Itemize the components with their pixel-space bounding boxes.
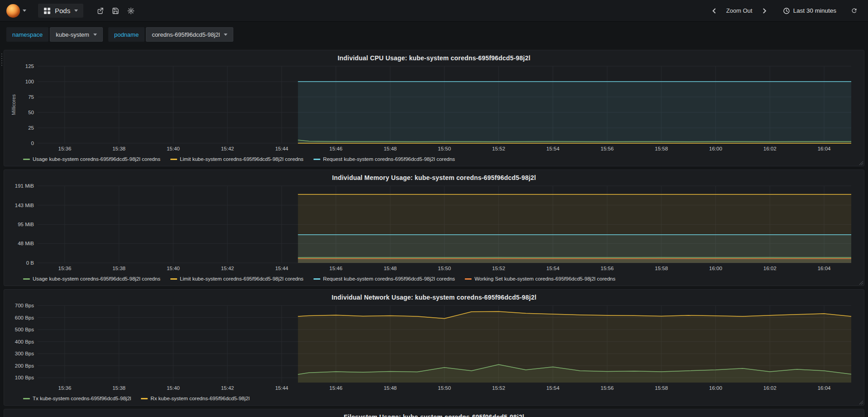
svg-text:0: 0 <box>31 141 34 146</box>
panel-title[interactable]: Filesystem Usage: kube-system coredns-69… <box>10 412 858 417</box>
memory-usage-chart[interactable]: 0 B48 MiB95 MiB143 MiB191 MiB15:3615:381… <box>10 183 858 273</box>
svg-text:15:36: 15:36 <box>58 385 72 391</box>
svg-text:15:42: 15:42 <box>221 266 234 271</box>
svg-text:15:40: 15:40 <box>167 385 180 391</box>
variable-podname-label: podname <box>108 27 145 42</box>
share-icon <box>96 7 104 15</box>
panel-title[interactable]: Individual Memory Usage: kube-system cor… <box>10 172 858 183</box>
chevron-down-icon <box>23 10 26 12</box>
variable-podname: podname coredns-695f96dcd5-98j2l <box>108 27 234 42</box>
legend-label: Limit kube-system coredns-695f96dcd5-98j… <box>180 156 304 162</box>
legend-item[interactable]: Request kube-system coredns-695f96dcd5-9… <box>313 276 455 281</box>
panel-resize-handle[interactable] <box>858 160 863 165</box>
refresh-button[interactable] <box>847 5 862 17</box>
dashboard-title: Pods <box>55 7 70 15</box>
dashboard-picker[interactable]: Pods <box>38 4 83 18</box>
svg-text:15:46: 15:46 <box>329 385 342 391</box>
panel-network-usage: Individual Network Usage: kube-system co… <box>4 289 864 406</box>
svg-text:15:36: 15:36 <box>58 266 72 271</box>
svg-text:15:42: 15:42 <box>221 385 234 391</box>
svg-text:16:00: 16:00 <box>709 266 722 271</box>
panel-resize-handle[interactable] <box>858 400 863 404</box>
svg-text:25: 25 <box>28 125 34 131</box>
svg-text:200 Bps: 200 Bps <box>15 363 34 369</box>
legend-item[interactable]: Usage kube-system coredns-695f96dcd5-98j… <box>23 156 160 162</box>
top-navbar: Pods Zoom Out <box>0 0 868 22</box>
svg-text:16:04: 16:04 <box>818 266 831 271</box>
dashboard-submenu: namespace kube-system podname coredns-69… <box>0 22 868 47</box>
svg-text:15:44: 15:44 <box>275 146 288 151</box>
share-button[interactable] <box>92 5 108 17</box>
panel-title[interactable]: Individual CPU Usage: kube-system coredn… <box>10 53 858 63</box>
svg-text:16:04: 16:04 <box>818 385 831 391</box>
svg-text:15:56: 15:56 <box>601 146 614 151</box>
chevron-down-icon <box>93 34 97 36</box>
chevron-down-icon <box>74 10 78 12</box>
legend-label: Usage kube-system coredns-695f96dcd5-98j… <box>33 156 160 162</box>
settings-button[interactable] <box>123 5 139 17</box>
row-drag-handle[interactable] <box>0 53 3 66</box>
legend-item[interactable]: Working Set kube-system coredns-695f96dc… <box>465 276 615 281</box>
svg-text:15:44: 15:44 <box>275 266 288 271</box>
svg-text:15:46: 15:46 <box>329 266 342 271</box>
svg-text:600 Bps: 600 Bps <box>15 315 34 320</box>
zoom-out-button[interactable]: Zoom Out <box>722 5 757 17</box>
svg-text:95 MiB: 95 MiB <box>18 222 34 227</box>
svg-text:15:38: 15:38 <box>112 266 125 271</box>
panel-memory-usage: Individual Memory Usage: kube-system cor… <box>4 170 864 286</box>
network-usage-chart[interactable]: 100 Bps200 Bps300 Bps400 Bps500 Bps600 B… <box>10 303 858 393</box>
variable-namespace-dropdown[interactable]: kube-system <box>50 27 103 42</box>
grafana-main-menu[interactable] <box>6 4 26 18</box>
legend-item[interactable]: Request kube-system coredns-695f96dcd5-9… <box>313 156 455 162</box>
panel-resize-handle[interactable] <box>858 280 863 285</box>
svg-text:143 MiB: 143 MiB <box>15 203 34 208</box>
chevron-right-icon <box>762 8 767 14</box>
save-button[interactable] <box>108 5 123 17</box>
series-color-swatch <box>23 398 30 399</box>
panel-title[interactable]: Individual Network Usage: kube-system co… <box>10 292 858 303</box>
chevron-left-icon <box>712 8 716 14</box>
series-color-swatch <box>313 278 320 280</box>
panel-cpu-usage: Individual CPU Usage: kube-system coredn… <box>4 50 864 166</box>
grafana-logo-icon[interactable] <box>6 4 20 18</box>
svg-text:16:00: 16:00 <box>709 146 722 151</box>
svg-text:400 Bps: 400 Bps <box>15 339 34 344</box>
clock-icon <box>783 7 790 15</box>
legend-label: Request kube-system coredns-695f96dcd5-9… <box>323 156 455 162</box>
legend-item[interactable]: Tx kube-system coredns-695f96dcd5-98j2l <box>23 396 131 401</box>
cpu-usage-chart[interactable]: 025507510012515:3615:3815:4015:4215:4415… <box>10 63 858 153</box>
svg-text:15:56: 15:56 <box>601 266 614 271</box>
legend-item[interactable]: Rx kube-system coredns-695f96dcd5-98j2l <box>141 396 250 401</box>
series-color-swatch <box>465 278 472 280</box>
svg-text:16:02: 16:02 <box>763 146 776 151</box>
legend-label: Working Set kube-system coredns-695f96dc… <box>474 276 615 281</box>
variable-namespace-label: namespace <box>6 27 48 42</box>
legend-item[interactable]: Limit kube-system coredns-695f96dcd5-98j… <box>170 156 304 162</box>
svg-text:15:54: 15:54 <box>546 146 559 151</box>
svg-text:15:44: 15:44 <box>275 385 288 391</box>
svg-text:500 Bps: 500 Bps <box>15 327 34 332</box>
series-color-swatch <box>313 159 320 160</box>
chart-legend: Tx kube-system coredns-695f96dcd5-98j2lR… <box>10 393 858 404</box>
svg-text:700 Bps: 700 Bps <box>15 303 34 308</box>
variable-podname-dropdown[interactable]: coredns-695f96dcd5-98j2l <box>146 27 233 42</box>
chevron-down-icon <box>224 34 227 36</box>
svg-text:15:54: 15:54 <box>546 266 559 271</box>
svg-text:15:52: 15:52 <box>492 266 505 271</box>
refresh-icon <box>851 7 858 14</box>
svg-text:15:58: 15:58 <box>655 146 668 151</box>
series-color-swatch <box>170 278 177 280</box>
time-shift-back-button[interactable] <box>708 5 720 17</box>
time-range-label: Last 30 minutes <box>793 7 836 14</box>
time-shift-forward-button[interactable] <box>758 5 771 17</box>
svg-text:100 Bps: 100 Bps <box>15 375 34 380</box>
svg-text:300 Bps: 300 Bps <box>15 351 34 356</box>
svg-text:15:52: 15:52 <box>492 385 505 391</box>
time-range-picker[interactable]: Last 30 minutes <box>779 5 840 17</box>
legend-item[interactable]: Usage kube-system coredns-695f96dcd5-98j… <box>23 276 160 281</box>
series-color-swatch <box>141 398 148 399</box>
svg-text:15:38: 15:38 <box>112 385 125 391</box>
legend-item[interactable]: Limit kube-system coredns-695f96dcd5-98j… <box>170 276 304 281</box>
series-color-swatch <box>23 278 30 280</box>
svg-text:15:48: 15:48 <box>384 266 397 271</box>
